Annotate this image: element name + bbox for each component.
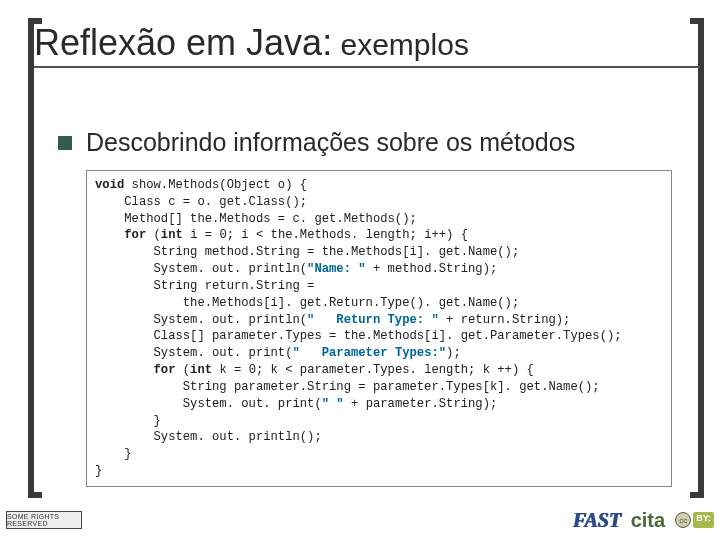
- square-bullet-icon: [58, 136, 72, 150]
- string-literal: " Parameter Types:": [292, 346, 446, 360]
- title-sub: exemplos: [332, 28, 469, 61]
- cc-icon: cc: [675, 512, 691, 528]
- bracket-left-decor: [28, 18, 42, 498]
- bullet-text: Descobrindo informações sobre os métodos: [86, 128, 575, 157]
- footer-logos: FAST cita cc BY:: [573, 509, 715, 532]
- code-block: void show.Methods(Object o) { Class c = …: [86, 170, 672, 487]
- slide-title: Reflexão em Java: exemplos: [34, 22, 700, 68]
- fast-logo: FAST: [573, 509, 621, 532]
- title-main: Reflexão em Java:: [34, 22, 332, 63]
- footer: SOME RIGHTS RESERVED FAST cita cc BY:: [6, 506, 714, 534]
- string-literal: " Return Type: ": [307, 313, 439, 327]
- kw-int: int: [190, 363, 212, 377]
- kw-for: for: [124, 228, 146, 242]
- kw-void: void: [95, 178, 124, 192]
- cc-some-rights-badge: SOME RIGHTS RESERVED: [6, 511, 82, 529]
- cc-mini-badge: cc BY:: [675, 512, 714, 528]
- bullet-row: Descobrindo informações sobre os métodos: [58, 128, 680, 157]
- string-literal: " ": [322, 397, 344, 411]
- cc-by-tag: BY:: [693, 512, 714, 528]
- cita-logo: cita: [631, 509, 665, 532]
- string-literal: "Name: ": [307, 262, 366, 276]
- kw-for: for: [154, 363, 176, 377]
- kw-int: int: [161, 228, 183, 242]
- bracket-right-decor: [690, 18, 704, 498]
